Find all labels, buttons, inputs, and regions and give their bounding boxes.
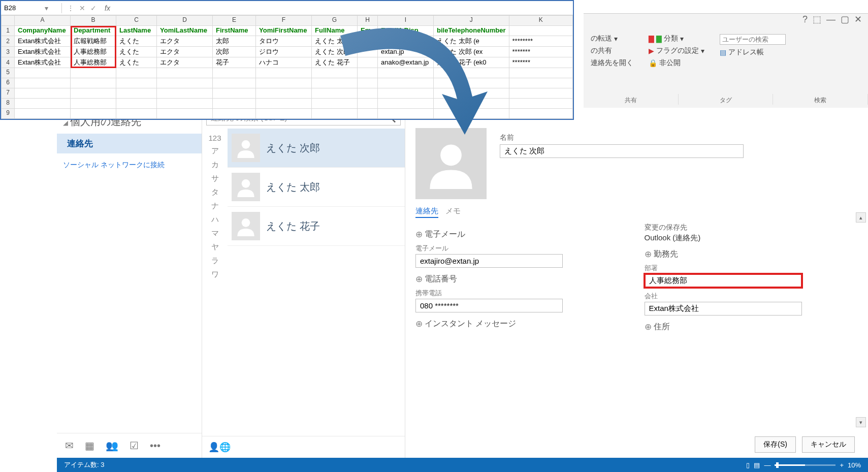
svg-point-2: [242, 218, 250, 227]
close-icon[interactable]: ✕: [854, 14, 862, 25]
kana-タ[interactable]: タ: [211, 187, 219, 197]
ribbon-area: ? ⬚ — ▢ ✕ の転送 ▾ の共有 連絡先を開く ▇▇ 分類 ▾ ▶ フラグ…: [584, 13, 868, 108]
address-book-button[interactable]: ▤ アドレス帳: [720, 48, 786, 57]
mail-icon[interactable]: ✉: [65, 439, 74, 452]
zoom-slider[interactable]: [775, 464, 835, 466]
fx-label: fx: [102, 4, 113, 12]
card-view-icon[interactable]: 👤🌐: [208, 442, 231, 452]
tab-memo[interactable]: メモ: [445, 206, 461, 218]
phone-label: 携帯電話: [415, 289, 629, 298]
avatar-icon: [232, 173, 260, 201]
phone-input[interactable]: [415, 299, 563, 312]
open-contact[interactable]: 連絡先を開く: [591, 58, 633, 68]
status-bar: アイテム数: 3 ▯ ▤ — + 10%: [57, 458, 868, 472]
item-count: アイテム数: 3: [64, 460, 104, 469]
save-button[interactable]: 保存(S): [755, 436, 796, 453]
formula-bar[interactable]: [113, 3, 573, 13]
people-icon[interactable]: 👥: [106, 439, 118, 452]
minimize-icon[interactable]: —: [826, 14, 835, 25]
kana-カ[interactable]: カ: [211, 160, 219, 170]
zoom-level: 10%: [848, 461, 861, 469]
contact-name: えくた 花子: [266, 219, 320, 233]
sidebar: 個人用の連絡先 連絡先 ソーシャル ネットワークに接続 ✉ ▦ 👥 ☑ •••: [57, 108, 202, 458]
maximize-icon[interactable]: ▢: [841, 14, 849, 25]
svg-point-0: [242, 140, 250, 149]
contact-item[interactable]: えくた 花子: [228, 207, 405, 246]
window-controls: ? ⬚ — ▢ ✕: [802, 14, 862, 25]
view-reading-icon[interactable]: ▤: [754, 461, 760, 469]
ribbon-group-search: 検索: [773, 94, 868, 105]
scroll-down-icon[interactable]: ▾: [856, 417, 866, 427]
svg-point-3: [440, 145, 462, 166]
contact-name: えくた 次郎: [266, 141, 320, 155]
dept-input[interactable]: [645, 274, 802, 288]
calendar-icon[interactable]: ▦: [85, 439, 94, 452]
kana-ラ[interactable]: ラ: [211, 256, 219, 266]
kana-ナ[interactable]: ナ: [211, 201, 219, 211]
kana-ヤ[interactable]: ヤ: [211, 242, 219, 252]
kana-ワ[interactable]: ワ: [211, 270, 219, 279]
share-contact[interactable]: の共有: [591, 46, 633, 55]
save-dest-label: 変更の保存先: [645, 223, 858, 232]
address-section[interactable]: 住所: [645, 322, 858, 332]
sidebar-item-contacts[interactable]: 連絡先: [57, 134, 202, 153]
zoom-out-icon[interactable]: —: [764, 461, 770, 469]
categorize-button[interactable]: ▇▇ 分類 ▾: [649, 34, 704, 43]
name-box-input[interactable]: [4, 4, 45, 12]
kana-マ[interactable]: マ: [211, 229, 219, 238]
avatar-icon: [232, 212, 260, 240]
kana-サ[interactable]: サ: [211, 174, 219, 183]
user-search-input[interactable]: [720, 34, 786, 45]
kana-123[interactable]: 123: [208, 134, 221, 142]
avatar-icon: [232, 134, 260, 162]
ribbon-group-tag: タグ: [679, 94, 774, 105]
contact-item[interactable]: えくた 太郎: [228, 168, 405, 207]
ribbon-group-share: 共有: [584, 94, 679, 105]
cancel-button[interactable]: キャンセル: [802, 436, 855, 453]
forward-contact[interactable]: の転送 ▾: [591, 34, 633, 43]
kana-index: 123アカサタナハマヤラワ: [202, 129, 228, 436]
more-icon[interactable]: •••: [150, 440, 160, 452]
sidebar-social-link[interactable]: ソーシャル ネットワークに接続: [57, 153, 202, 177]
email-label: 電子メール: [415, 244, 629, 253]
arrow-graphic: [320, 15, 503, 147]
svg-point-1: [242, 179, 250, 188]
contact-detail-pane: 名前 連絡先 メモ ▴ ▾ 電子メール 電子メール 電話番号 携帯電話 インスタ…: [405, 108, 868, 458]
name-input[interactable]: [500, 144, 744, 158]
flag-button[interactable]: ▶ フラグの設定 ▾: [649, 46, 704, 55]
view-normal-icon[interactable]: ▯: [746, 461, 750, 469]
kana-ア[interactable]: ア: [211, 146, 219, 156]
contact-name: えくた 太郎: [266, 180, 320, 194]
phone-section[interactable]: 電話番号: [415, 274, 629, 285]
name-label: 名前: [500, 133, 858, 142]
scroll-up-icon[interactable]: ▴: [856, 212, 866, 223]
name-box[interactable]: ▾: [1, 3, 62, 13]
contact-list-pane: 連絡先 の検索 (Ctrl+E) 🔍 123アカサタナハマヤラワ えくた 次郎え…: [202, 108, 405, 458]
company-input[interactable]: [645, 302, 802, 316]
help-icon[interactable]: ?: [802, 14, 808, 25]
tab-contact[interactable]: 連絡先: [415, 206, 438, 218]
save-dest-value: Outlook (連絡先): [645, 233, 858, 243]
kana-ハ[interactable]: ハ: [211, 215, 219, 225]
company-label: 会社: [645, 292, 858, 301]
im-section[interactable]: インスタント メッセージ: [415, 319, 629, 329]
tasks-icon[interactable]: ☑: [130, 439, 139, 452]
zoom-in-icon[interactable]: +: [840, 461, 844, 469]
dept-label: 部署: [645, 264, 858, 273]
private-button[interactable]: 🔒 非公開: [649, 58, 704, 68]
email-section[interactable]: 電子メール: [415, 229, 629, 240]
email-input[interactable]: [415, 254, 563, 268]
ribbon-options-icon[interactable]: ⬚: [813, 14, 821, 25]
work-section[interactable]: 勤務先: [645, 249, 858, 260]
